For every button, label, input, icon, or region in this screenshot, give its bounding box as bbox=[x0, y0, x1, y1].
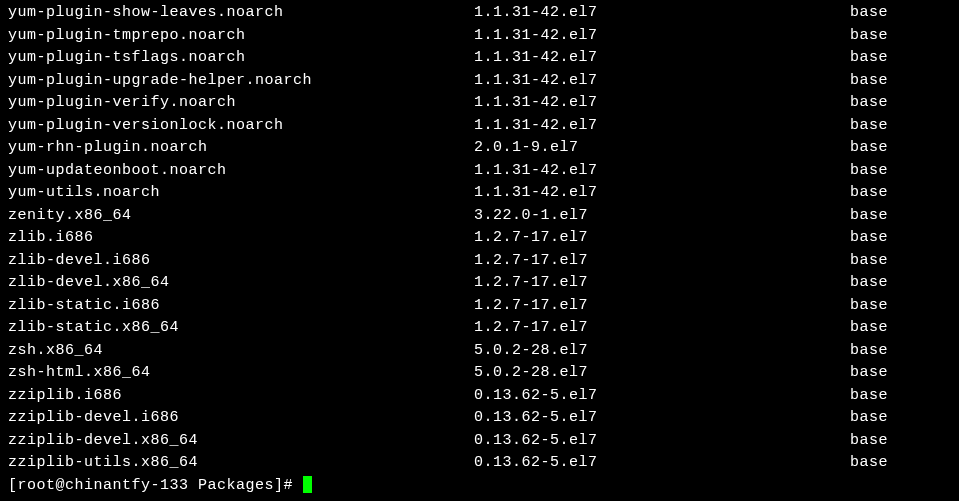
package-name: zlib-devel.i686 bbox=[8, 250, 474, 273]
package-repo: base bbox=[850, 92, 888, 115]
package-list: yum-plugin-show-leaves.noarch1.1.31-42.e… bbox=[8, 2, 951, 475]
package-repo: base bbox=[850, 362, 888, 385]
package-row: zziplib-devel.x86_640.13.62-5.el7base bbox=[8, 430, 951, 453]
package-row: zziplib-utils.x86_640.13.62-5.el7base bbox=[8, 452, 951, 475]
package-name: zlib-devel.x86_64 bbox=[8, 272, 474, 295]
package-version: 3.22.0-1.el7 bbox=[474, 205, 850, 228]
package-version: 1.1.31-42.el7 bbox=[474, 182, 850, 205]
package-name: yum-plugin-tsflags.noarch bbox=[8, 47, 474, 70]
package-repo: base bbox=[850, 452, 888, 475]
package-repo: base bbox=[850, 385, 888, 408]
package-repo: base bbox=[850, 115, 888, 138]
package-repo: base bbox=[850, 2, 888, 25]
package-version: 1.1.31-42.el7 bbox=[474, 92, 850, 115]
package-name: zsh.x86_64 bbox=[8, 340, 474, 363]
package-repo: base bbox=[850, 272, 888, 295]
package-repo: base bbox=[850, 227, 888, 250]
package-row: zlib-devel.i6861.2.7-17.el7base bbox=[8, 250, 951, 273]
package-row: zlib-devel.x86_641.2.7-17.el7base bbox=[8, 272, 951, 295]
package-repo: base bbox=[850, 47, 888, 70]
package-repo: base bbox=[850, 407, 888, 430]
package-name: yum-plugin-versionlock.noarch bbox=[8, 115, 474, 138]
package-repo: base bbox=[850, 137, 888, 160]
package-row: yum-plugin-verify.noarch1.1.31-42.el7bas… bbox=[8, 92, 951, 115]
package-version: 1.2.7-17.el7 bbox=[474, 295, 850, 318]
package-row: zziplib-devel.i6860.13.62-5.el7base bbox=[8, 407, 951, 430]
package-name: zziplib-devel.i686 bbox=[8, 407, 474, 430]
package-row: yum-plugin-tsflags.noarch1.1.31-42.el7ba… bbox=[8, 47, 951, 70]
package-repo: base bbox=[850, 317, 888, 340]
package-name: yum-rhn-plugin.noarch bbox=[8, 137, 474, 160]
package-name: yum-plugin-verify.noarch bbox=[8, 92, 474, 115]
package-repo: base bbox=[850, 340, 888, 363]
package-row: zenity.x86_643.22.0-1.el7base bbox=[8, 205, 951, 228]
package-row: yum-utils.noarch1.1.31-42.el7base bbox=[8, 182, 951, 205]
package-row: yum-rhn-plugin.noarch2.0.1-9.el7base bbox=[8, 137, 951, 160]
package-version: 0.13.62-5.el7 bbox=[474, 430, 850, 453]
package-name: zziplib-devel.x86_64 bbox=[8, 430, 474, 453]
package-repo: base bbox=[850, 70, 888, 93]
package-name: zlib-static.i686 bbox=[8, 295, 474, 318]
package-row: zlib.i6861.2.7-17.el7base bbox=[8, 227, 951, 250]
terminal-output[interactable]: yum-plugin-show-leaves.noarch1.1.31-42.e… bbox=[0, 0, 959, 499]
package-version: 0.13.62-5.el7 bbox=[474, 385, 850, 408]
package-repo: base bbox=[850, 182, 888, 205]
shell-prompt[interactable]: [root@chinantfy-133 Packages]# bbox=[8, 475, 951, 498]
package-repo: base bbox=[850, 25, 888, 48]
package-version: 1.1.31-42.el7 bbox=[474, 115, 850, 138]
cursor-icon bbox=[303, 476, 312, 493]
package-row: yum-plugin-show-leaves.noarch1.1.31-42.e… bbox=[8, 2, 951, 25]
prompt-text: [root@chinantfy-133 Packages]# bbox=[8, 477, 303, 494]
package-row: yum-plugin-tmprepo.noarch1.1.31-42.el7ba… bbox=[8, 25, 951, 48]
package-repo: base bbox=[850, 295, 888, 318]
package-row: zziplib.i6860.13.62-5.el7base bbox=[8, 385, 951, 408]
package-name: zziplib.i686 bbox=[8, 385, 474, 408]
package-name: zziplib-utils.x86_64 bbox=[8, 452, 474, 475]
package-version: 1.2.7-17.el7 bbox=[474, 227, 850, 250]
package-version: 1.2.7-17.el7 bbox=[474, 317, 850, 340]
package-version: 0.13.62-5.el7 bbox=[474, 407, 850, 430]
package-version: 2.0.1-9.el7 bbox=[474, 137, 850, 160]
package-name: yum-updateonboot.noarch bbox=[8, 160, 474, 183]
package-row: zlib-static.i6861.2.7-17.el7base bbox=[8, 295, 951, 318]
package-repo: base bbox=[850, 205, 888, 228]
package-row: yum-updateonboot.noarch1.1.31-42.el7base bbox=[8, 160, 951, 183]
package-version: 1.1.31-42.el7 bbox=[474, 70, 850, 93]
package-row: zsh-html.x86_645.0.2-28.el7base bbox=[8, 362, 951, 385]
package-repo: base bbox=[850, 430, 888, 453]
package-name: yum-plugin-show-leaves.noarch bbox=[8, 2, 474, 25]
package-name: yum-plugin-upgrade-helper.noarch bbox=[8, 70, 474, 93]
package-name: yum-utils.noarch bbox=[8, 182, 474, 205]
package-name: zlib.i686 bbox=[8, 227, 474, 250]
package-row: yum-plugin-upgrade-helper.noarch1.1.31-4… bbox=[8, 70, 951, 93]
package-repo: base bbox=[850, 250, 888, 273]
package-row: yum-plugin-versionlock.noarch1.1.31-42.e… bbox=[8, 115, 951, 138]
package-row: zlib-static.x86_641.2.7-17.el7base bbox=[8, 317, 951, 340]
package-version: 1.2.7-17.el7 bbox=[474, 250, 850, 273]
package-version: 1.1.31-42.el7 bbox=[474, 160, 850, 183]
package-name: zenity.x86_64 bbox=[8, 205, 474, 228]
package-version: 5.0.2-28.el7 bbox=[474, 362, 850, 385]
package-name: yum-plugin-tmprepo.noarch bbox=[8, 25, 474, 48]
package-version: 1.1.31-42.el7 bbox=[474, 2, 850, 25]
package-version: 1.2.7-17.el7 bbox=[474, 272, 850, 295]
package-version: 0.13.62-5.el7 bbox=[474, 452, 850, 475]
package-row: zsh.x86_645.0.2-28.el7base bbox=[8, 340, 951, 363]
package-repo: base bbox=[850, 160, 888, 183]
package-version: 1.1.31-42.el7 bbox=[474, 47, 850, 70]
package-name: zsh-html.x86_64 bbox=[8, 362, 474, 385]
package-version: 1.1.31-42.el7 bbox=[474, 25, 850, 48]
package-version: 5.0.2-28.el7 bbox=[474, 340, 850, 363]
package-name: zlib-static.x86_64 bbox=[8, 317, 474, 340]
